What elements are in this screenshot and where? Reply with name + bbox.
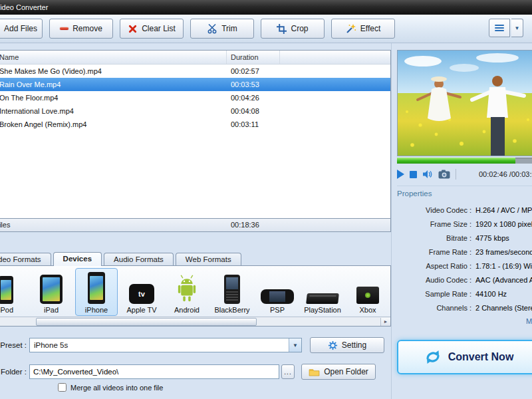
clear-list-label: Clear List	[142, 24, 176, 33]
folder-icon	[309, 368, 320, 376]
add-files-button[interactable]: Add Files	[0, 19, 43, 39]
device-blackberry[interactable]: BlackBerry	[211, 268, 253, 316]
device-ipad[interactable]: iPad	[30, 268, 72, 316]
view-mode-button[interactable]	[489, 19, 510, 37]
snapshot-camera-icon[interactable]	[438, 170, 450, 179]
file-duration: 00:04:26	[227, 91, 280, 104]
device-playstation[interactable]: PlayStation	[301, 268, 344, 316]
remove-icon	[60, 27, 68, 30]
playback-time: 00:02:46 /00:03:53	[479, 170, 532, 178]
file-list-header[interactable]: Name Duration	[0, 51, 390, 65]
devices-scrollbar[interactable]: ◄ ►	[0, 317, 390, 326]
scroll-right-arrow[interactable]: ►	[380, 318, 390, 326]
magic-wand-icon	[346, 23, 356, 34]
gear-icon	[328, 340, 338, 350]
file-duration: 00:04:08	[227, 104, 280, 118]
device-psp[interactable]: PSP	[256, 268, 299, 316]
tab-video-formats[interactable]: Video Formats	[0, 253, 51, 265]
tab-devices[interactable]: Devices	[53, 252, 102, 266]
device-label: iPod	[0, 306, 13, 314]
device-label: PSP	[270, 306, 285, 314]
merge-checkbox[interactable]	[58, 383, 66, 392]
stop-button[interactable]	[410, 171, 417, 178]
android-icon	[173, 271, 201, 304]
format-tabs: Video Formats Devices Audio Formats Web …	[0, 251, 391, 265]
total-duration: 00:18:36	[223, 219, 259, 231]
file-name: On The Floor.mp4	[0, 91, 58, 104]
crop-label: Crop	[291, 24, 308, 33]
convert-now-button[interactable]: Convert Now	[397, 340, 532, 374]
psp-icon	[261, 271, 294, 304]
device-xbox[interactable]: Xbox	[346, 268, 389, 316]
view-mode-dropdown[interactable]: ▼	[511, 19, 523, 37]
file-row[interactable]: On The Floor.mp4 00:04:26	[0, 91, 390, 104]
playback-controls: 00:02:46 /00:03:53	[397, 166, 532, 183]
crop-icon	[277, 24, 287, 34]
divider	[456, 169, 456, 180]
setting-button[interactable]: Setting	[310, 337, 384, 353]
video-preview[interactable]	[397, 50, 532, 156]
file-row[interactable]: Broken Angel (Remix).mp4 00:03:11	[0, 118, 390, 131]
file-row[interactable]: International Love.mp4 00:04:08	[0, 104, 390, 118]
remove-label: Remove	[72, 24, 102, 33]
file-duration: 00:03:53	[227, 78, 280, 91]
device-label: iPhone	[85, 306, 108, 314]
file-list-summary: 5 Files 00:18:36	[0, 219, 391, 232]
clear-list-icon	[128, 24, 138, 34]
playstation-icon	[307, 271, 338, 304]
properties-section: Properties Video Codec : H.264 / AVC / M…	[397, 186, 532, 325]
column-duration[interactable]: Duration	[227, 51, 280, 64]
play-button[interactable]	[397, 170, 404, 179]
prop-label: Frame Rate :	[397, 248, 471, 256]
output-preset-label: Output Preset :	[0, 341, 27, 349]
scrollbar-thumb[interactable]	[36, 318, 257, 326]
prop-value: 1920 x 1080 pixels	[475, 220, 532, 228]
ipad-icon	[40, 271, 63, 304]
browse-button[interactable]: ...	[281, 364, 295, 379]
toolbar: Add Files Remove Clear List Trim	[0, 15, 532, 43]
trim-label: Trim	[221, 24, 237, 33]
scissors-icon	[207, 23, 217, 34]
tab-web-formats[interactable]: Web Formats	[176, 253, 241, 265]
remove-button[interactable]: Remove	[49, 19, 113, 39]
prop-value: 4775 kbps	[475, 234, 532, 242]
properties-title: Properties	[397, 190, 532, 198]
title-bar[interactable]: Video Converter	[0, 0, 532, 15]
output-folder-input[interactable]	[29, 364, 279, 379]
prop-label: Sample Rate :	[397, 290, 471, 298]
blackberry-icon	[224, 271, 240, 304]
merge-label: Merge all videos into one file	[70, 384, 163, 392]
playback-progress-bar[interactable]	[397, 158, 532, 164]
prop-label: Bitrate :	[397, 234, 471, 242]
file-name: International Love.mp4	[0, 104, 74, 118]
file-count: 5 Files	[0, 219, 223, 231]
preset-dropdown[interactable]: iPhone 5s ▼	[29, 338, 302, 352]
device-label: iPad	[44, 306, 59, 314]
device-android[interactable]: Android	[166, 268, 208, 316]
column-name[interactable]: Name	[0, 51, 227, 64]
device-ipod[interactable]: iPod	[0, 268, 27, 316]
clear-list-button[interactable]: Clear List	[120, 19, 184, 39]
device-apple-tv[interactable]: tv Apple TV	[120, 268, 163, 316]
effect-button[interactable]: Effect	[331, 19, 395, 39]
window-title: Video Converter	[0, 3, 48, 11]
device-label: Android	[174, 306, 200, 314]
tab-audio-formats[interactable]: Audio Formats	[104, 253, 174, 265]
progress-fill	[397, 158, 515, 164]
ipod-icon	[0, 271, 13, 304]
chevron-down-icon[interactable]: ▼	[289, 338, 301, 352]
crop-button[interactable]: Crop	[261, 19, 325, 39]
more-link[interactable]: More	[397, 317, 532, 325]
file-name: She Makes Me Go (Video).mp4	[0, 65, 102, 78]
file-row[interactable]: She Makes Me Go (Video).mp4 00:02:57	[0, 65, 390, 78]
trim-button[interactable]: Trim	[190, 19, 254, 39]
open-folder-button[interactable]: Open Folder	[301, 364, 376, 380]
prop-value: AAC (Advanced Audio Coding)	[475, 276, 532, 284]
prop-label: Audio Codec :	[397, 276, 471, 284]
effect-label: Effect	[360, 24, 380, 33]
file-row-selected[interactable]: Rain Over Me.mp4 00:03:53	[0, 78, 390, 91]
iphone-icon	[88, 271, 105, 304]
output-folder-label: Output Folder :	[0, 368, 27, 376]
volume-icon[interactable]	[422, 169, 433, 180]
device-iphone[interactable]: iPhone	[75, 268, 118, 316]
